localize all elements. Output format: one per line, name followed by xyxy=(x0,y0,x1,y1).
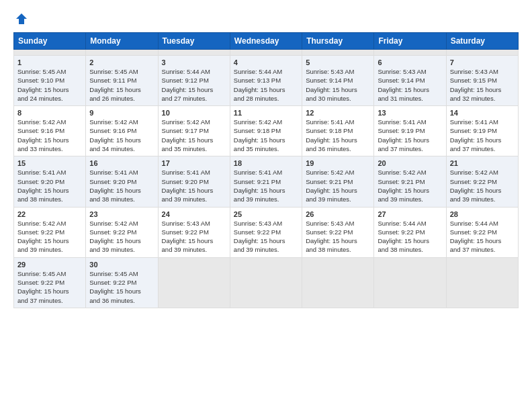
calendar-week-2: 8Sunrise: 5:42 AMSunset: 9:16 PMDaylight… xyxy=(14,106,519,156)
cell-line: Sunrise: 5:41 AM xyxy=(162,168,226,177)
cell-line: Daylight: 15 hours xyxy=(378,186,442,195)
cell-line: Daylight: 15 hours xyxy=(162,186,226,195)
cell-line: Sunset: 9:14 PM xyxy=(306,76,370,85)
cell-line: and 39 minutes. xyxy=(17,245,82,254)
cell-line: Sunset: 9:12 PM xyxy=(162,76,226,85)
day-number: 23 xyxy=(89,210,154,218)
cell-line: and 37 minutes. xyxy=(378,144,442,153)
calendar-cell xyxy=(374,50,446,56)
cell-line: Sunrise: 5:42 AM xyxy=(234,118,298,126)
cell-line: and 39 minutes. xyxy=(162,245,226,254)
cell-line: Sunset: 9:22 PM xyxy=(306,228,370,236)
calendar-cell xyxy=(446,257,518,308)
day-number: 19 xyxy=(306,159,370,167)
calendar-cell: 30Sunrise: 5:45 AMSunset: 9:22 PMDayligh… xyxy=(86,257,158,308)
calendar-week-0 xyxy=(14,50,519,56)
day-number: 25 xyxy=(234,210,298,218)
cell-line: Daylight: 15 hours xyxy=(17,287,82,295)
calendar-cell: 5Sunrise: 5:43 AMSunset: 9:14 PMDaylight… xyxy=(302,56,374,106)
cell-line: and 28 minutes. xyxy=(234,94,298,103)
cell-line: Sunrise: 5:41 AM xyxy=(450,118,515,126)
day-number: 16 xyxy=(89,159,154,167)
calendar-cell: 20Sunrise: 5:42 AMSunset: 9:21 PMDayligh… xyxy=(374,156,446,207)
cell-line: Sunset: 9:21 PM xyxy=(234,177,298,186)
calendar-header-friday: Friday xyxy=(374,33,446,50)
day-number: 9 xyxy=(89,109,154,117)
calendar-cell: 28Sunrise: 5:44 AMSunset: 9:22 PMDayligh… xyxy=(446,207,518,257)
calendar-cell: 9Sunrise: 5:42 AMSunset: 9:16 PMDaylight… xyxy=(86,106,158,156)
cell-line: Sunset: 9:22 PM xyxy=(378,228,442,236)
cell-line: Daylight: 15 hours xyxy=(450,186,515,195)
day-number: 27 xyxy=(378,210,442,218)
cell-line: Sunset: 9:22 PM xyxy=(162,228,226,236)
calendar-cell: 22Sunrise: 5:42 AMSunset: 9:22 PMDayligh… xyxy=(14,207,86,257)
cell-line: Daylight: 15 hours xyxy=(89,136,154,144)
calendar-cell: 12Sunrise: 5:41 AMSunset: 9:18 PMDayligh… xyxy=(302,106,374,156)
cell-line: and 35 minutes. xyxy=(162,144,226,153)
cell-line: Daylight: 15 hours xyxy=(450,136,515,144)
cell-line: Daylight: 15 hours xyxy=(89,236,154,245)
cell-line: and 37 minutes. xyxy=(450,245,515,254)
calendar-cell: 13Sunrise: 5:41 AMSunset: 9:19 PMDayligh… xyxy=(374,106,446,156)
calendar-cell xyxy=(158,50,230,56)
cell-line: and 27 minutes. xyxy=(162,94,226,103)
day-number: 20 xyxy=(378,159,442,167)
calendar-cell: 7Sunrise: 5:43 AMSunset: 9:15 PMDaylight… xyxy=(446,56,518,106)
cell-line: Sunset: 9:22 PM xyxy=(450,228,515,236)
cell-line: and 33 minutes. xyxy=(17,144,82,153)
cell-line: Sunset: 9:17 PM xyxy=(162,126,226,135)
calendar-cell: 6Sunrise: 5:43 AMSunset: 9:14 PMDaylight… xyxy=(374,56,446,106)
cell-line: Sunrise: 5:43 AM xyxy=(234,219,298,228)
cell-line: Sunrise: 5:42 AM xyxy=(17,118,82,126)
cell-line: Daylight: 15 hours xyxy=(17,236,82,245)
day-number: 26 xyxy=(306,210,370,218)
cell-line: Sunrise: 5:41 AM xyxy=(17,168,82,177)
cell-line: Sunrise: 5:41 AM xyxy=(378,118,442,126)
day-number: 12 xyxy=(306,109,370,117)
calendar-cell xyxy=(374,257,446,308)
cell-line: Sunrise: 5:42 AM xyxy=(17,219,82,228)
cell-line: Daylight: 15 hours xyxy=(450,85,515,94)
cell-line: Daylight: 15 hours xyxy=(306,236,370,245)
cell-line: Sunrise: 5:42 AM xyxy=(89,219,154,228)
cell-line: and 38 minutes. xyxy=(306,245,370,254)
calendar-cell: 11Sunrise: 5:42 AMSunset: 9:18 PMDayligh… xyxy=(230,106,302,156)
cell-line: Sunset: 9:13 PM xyxy=(234,76,298,85)
cell-line: Sunrise: 5:43 AM xyxy=(306,219,370,228)
cell-line: and 37 minutes. xyxy=(17,296,82,305)
cell-line: Sunrise: 5:45 AM xyxy=(17,67,82,76)
calendar-cell: 29Sunrise: 5:45 AMSunset: 9:22 PMDayligh… xyxy=(14,257,86,308)
calendar-header-monday: Monday xyxy=(86,33,158,50)
cell-line: and 38 minutes. xyxy=(17,195,82,203)
cell-line: Daylight: 15 hours xyxy=(89,85,154,94)
day-number: 21 xyxy=(450,159,515,167)
cell-line: Daylight: 15 hours xyxy=(234,186,298,195)
cell-line: and 39 minutes. xyxy=(450,195,515,203)
cell-line: and 36 minutes. xyxy=(89,296,154,305)
cell-line: Sunset: 9:22 PM xyxy=(89,228,154,236)
cell-line: Daylight: 15 hours xyxy=(306,186,370,195)
cell-line: Sunset: 9:19 PM xyxy=(378,126,442,135)
day-number: 24 xyxy=(162,210,226,218)
cell-line: Sunrise: 5:43 AM xyxy=(162,219,226,228)
cell-line: Daylight: 15 hours xyxy=(89,186,154,195)
cell-line: and 31 minutes. xyxy=(378,94,442,103)
cell-line: Sunrise: 5:44 AM xyxy=(162,67,226,76)
cell-line: Sunrise: 5:45 AM xyxy=(89,269,154,278)
cell-line: Sunrise: 5:42 AM xyxy=(89,118,154,126)
cell-line: and 26 minutes. xyxy=(89,94,154,103)
cell-line: Daylight: 15 hours xyxy=(378,136,442,144)
cell-line: Sunset: 9:20 PM xyxy=(89,177,154,186)
cell-line: Sunrise: 5:43 AM xyxy=(378,67,442,76)
day-number: 18 xyxy=(234,159,298,167)
cell-line: Sunrise: 5:44 AM xyxy=(378,219,442,228)
cell-line: Daylight: 15 hours xyxy=(162,236,226,245)
calendar-cell: 14Sunrise: 5:41 AMSunset: 9:19 PMDayligh… xyxy=(446,106,518,156)
cell-line: Sunset: 9:11 PM xyxy=(89,76,154,85)
cell-line: Sunrise: 5:41 AM xyxy=(306,118,370,126)
cell-line: and 36 minutes. xyxy=(306,144,370,153)
day-number: 11 xyxy=(234,109,298,117)
day-number: 3 xyxy=(162,58,226,66)
cell-line: Daylight: 15 hours xyxy=(306,85,370,94)
calendar-header-sunday: Sunday xyxy=(14,33,86,50)
